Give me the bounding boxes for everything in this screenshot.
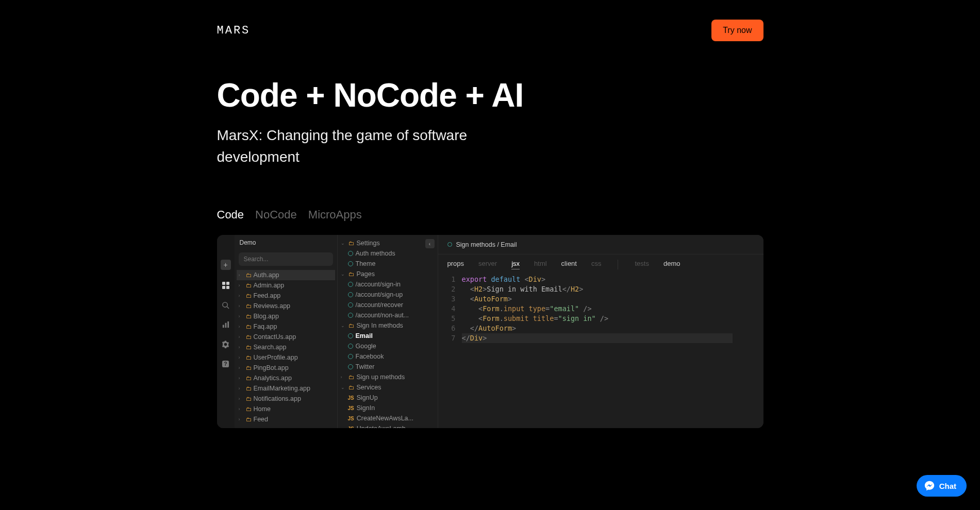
line-gutter: 1234567: [438, 275, 462, 343]
search-icon[interactable]: [222, 301, 230, 309]
app-tree-item[interactable]: ›🗀PingBot.app: [237, 363, 335, 373]
app-tree-item[interactable]: ›🗀Admin.app: [237, 280, 335, 291]
app-tree-item[interactable]: ›🗀ContactUs.app: [237, 332, 335, 342]
tree-item[interactable]: Auth methods: [338, 248, 438, 259]
app-tree-item[interactable]: ›🗀Feed.app: [237, 291, 335, 301]
subtab-jsx[interactable]: jsx: [511, 260, 520, 269]
svg-rect-7: [225, 323, 227, 328]
app-tree-item[interactable]: ›🗀Faq.app: [237, 321, 335, 332]
app-tree: ›🗀Auth.app›🗀Admin.app›🗀Feed.app›🗀Reviews…: [235, 270, 337, 424]
tree-folder[interactable]: ⌄🗀Services: [338, 382, 438, 393]
file-tree-panel: ‹ ⌄🗀SettingsAuth methodsTheme⌄🗀Pages/acc…: [338, 235, 438, 428]
app-tree-item[interactable]: ›🗀Notifications.app: [237, 394, 335, 404]
tree-item[interactable]: /account/non-aut...: [338, 310, 438, 320]
tree-js-file[interactable]: JSSignIn: [338, 403, 438, 413]
file-status-icon: [447, 242, 452, 247]
subtab-props[interactable]: props: [447, 260, 464, 269]
svg-rect-0: [222, 282, 225, 285]
hero: Code + NoCode + AI MarsX: Changing the g…: [217, 77, 763, 168]
messenger-icon: [924, 480, 935, 491]
try-now-button[interactable]: Try now: [711, 20, 763, 41]
svg-rect-1: [226, 282, 229, 285]
chat-label: Chat: [939, 482, 956, 490]
app-tree-panel: Demo ›🗀Auth.app›🗀Admin.app›🗀Feed.app›🗀Re…: [235, 235, 338, 428]
tree-item[interactable]: Twitter: [338, 362, 438, 372]
tree-item[interactable]: /account/recover: [338, 300, 438, 310]
tree-item[interactable]: /account/sign-in: [338, 279, 438, 290]
svg-point-4: [223, 302, 227, 307]
code-lines: export default <Div> <H2>Sign in with Em…: [462, 275, 763, 343]
collapse-panel-icon[interactable]: ‹: [425, 239, 435, 248]
svg-line-5: [227, 307, 229, 309]
svg-text:?: ?: [224, 361, 227, 367]
feature-tabs: Code NoCode MicroApps: [217, 208, 763, 222]
app-tree-item[interactable]: ›🗀EmailMarketing.app: [237, 383, 335, 394]
panel-title-text: Demo: [240, 239, 256, 246]
app-tree-item[interactable]: ›🗀Home: [237, 404, 335, 414]
subtab-server[interactable]: server: [478, 260, 497, 269]
apps-icon[interactable]: [222, 281, 230, 290]
app-tree-item[interactable]: ›🗀UserProfile.app: [237, 352, 335, 363]
tree-item[interactable]: Google: [338, 341, 438, 351]
tree-item[interactable]: Facebook: [338, 351, 438, 362]
svg-rect-2: [222, 286, 225, 289]
tree-js-file[interactable]: JSUpdateAwsLamb...: [338, 423, 438, 428]
svg-rect-8: [227, 321, 229, 328]
help-icon[interactable]: ?: [222, 360, 230, 368]
tree-item[interactable]: /account/sign-up: [338, 290, 438, 300]
subtab-demo[interactable]: demo: [663, 260, 680, 269]
svg-rect-6: [223, 325, 224, 328]
app-tree-item[interactable]: ›🗀Reviews.app: [237, 301, 335, 311]
app-tree-item[interactable]: ›🗀Search.app: [237, 342, 335, 352]
header: MARS Try now: [217, 0, 763, 41]
code-pane: Sign methods / Email propsserverjsxhtmlc…: [438, 235, 763, 428]
app-tree-item[interactable]: ›🗀Feed: [237, 414, 335, 424]
tab-nocode[interactable]: NoCode: [255, 208, 297, 222]
file-tab-bar: Sign methods / Email: [438, 235, 763, 254]
app-tree-item[interactable]: ›🗀Analytics.app: [237, 373, 335, 383]
file-tab-label[interactable]: Sign methods / Email: [456, 241, 517, 248]
editor-subtabs: propsserverjsxhtmlclientcsstestsdemo: [438, 254, 763, 273]
stats-icon[interactable]: [222, 320, 230, 329]
chat-widget[interactable]: Chat: [917, 475, 967, 497]
subtab-html[interactable]: html: [534, 260, 547, 269]
subtab-css[interactable]: css: [591, 260, 602, 269]
code-block[interactable]: 1234567 export default <Div> <H2>Sign in…: [438, 273, 763, 343]
hero-title: Code + NoCode + AI: [217, 77, 763, 113]
tree-item[interactable]: Theme: [338, 259, 438, 269]
app-tree-item[interactable]: ›🗀Auth.app: [237, 270, 335, 280]
tree-folder[interactable]: ⌄🗀Settings: [338, 238, 438, 248]
search-input[interactable]: [239, 252, 333, 266]
tab-code[interactable]: Code: [217, 208, 244, 222]
tree-js-file[interactable]: JSSignUp: [338, 393, 438, 403]
tree-folder[interactable]: ⌄🗀Pages: [338, 269, 438, 279]
subtab-client[interactable]: client: [561, 260, 577, 269]
tree-item[interactable]: Email: [338, 331, 438, 341]
editor-rail: + ?: [217, 235, 235, 428]
tree-js-file[interactable]: JSCreateNewAwsLa...: [338, 413, 438, 423]
tree-folder[interactable]: ›🗀Sign up methods: [338, 372, 438, 382]
tree-folder[interactable]: ⌄🗀Sign In methods: [338, 320, 438, 331]
add-icon[interactable]: +: [221, 260, 231, 270]
app-tree-item[interactable]: ›🗀Blog.app: [237, 311, 335, 321]
svg-rect-3: [226, 286, 229, 289]
panel-title: Demo: [235, 235, 337, 250]
subtab-tests[interactable]: tests: [635, 260, 649, 269]
logo[interactable]: MARS: [217, 24, 251, 37]
settings-icon[interactable]: [222, 340, 230, 348]
code-editor: + ? Demo ›🗀Auth.app›🗀Admin.app›🗀: [217, 235, 763, 428]
tab-microapps[interactable]: MicroApps: [308, 208, 362, 222]
hero-subtitle: MarsX: Changing the game of software dev…: [217, 125, 547, 168]
